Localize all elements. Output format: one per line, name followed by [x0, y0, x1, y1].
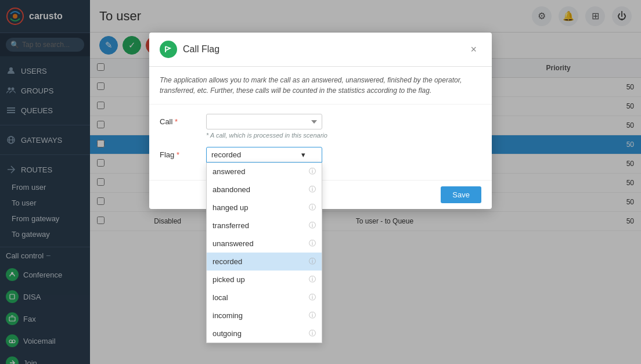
flag-option-info-icon: ⓘ	[309, 167, 316, 176]
flag-option-label: picked up	[213, 275, 245, 284]
modal-body: Call * * A call, which is processed in t…	[149, 104, 492, 180]
flag-option-label: local	[213, 293, 228, 302]
flag-option-label: recorded	[213, 257, 242, 266]
flag-option-info-icon: ⓘ	[309, 257, 316, 266]
flag-option-info-icon: ⓘ	[309, 185, 316, 194]
flag-option-transferred[interactable]: transferredⓘ	[207, 217, 322, 235]
flag-option-incoming[interactable]: incomingⓘ	[207, 307, 322, 325]
flag-option-label: transferred	[213, 221, 249, 230]
flag-option-hanged-up[interactable]: hanged upⓘ	[207, 199, 322, 217]
flag-option-label: incoming	[213, 311, 243, 320]
call-field: * A call, which is processed in this sce…	[206, 114, 481, 139]
flag-option-label: hanged up	[213, 203, 248, 212]
flag-field: recorded ▾ answeredⓘabandonedⓘhanged upⓘ…	[206, 147, 481, 163]
flag-option-label: outgoing	[213, 329, 242, 338]
flag-selected-value: recorded	[211, 150, 241, 159]
save-button[interactable]: Save	[441, 186, 481, 203]
flag-option-recorded[interactable]: recordedⓘ	[207, 253, 322, 271]
call-hint: * A call, which is processed in this sce…	[206, 132, 481, 139]
flag-field-row: Flag * recorded ▾ answeredⓘabandonedⓘhan…	[160, 147, 481, 163]
flag-option-local[interactable]: localⓘ	[207, 289, 322, 307]
modal-description: The application allows you to mark the c…	[149, 67, 492, 104]
flag-dropdown-arrow: ▾	[301, 150, 305, 159]
flag-select-button[interactable]: recorded ▾	[206, 147, 322, 163]
flag-option-picked-up[interactable]: picked upⓘ	[207, 271, 322, 289]
main-content: To user ⚙ 🔔 ⊞ ⏻ ✎ ✓ ✕ Status Name Descri…	[90, 0, 641, 364]
flag-option-unanswered[interactable]: unansweredⓘ	[207, 235, 322, 253]
modal-overlay: Call Flag × The application allows you t…	[90, 0, 641, 364]
modal-title: Call Flag	[183, 44, 466, 55]
call-flag-modal: Call Flag × The application allows you t…	[149, 33, 492, 209]
flag-option-answered[interactable]: answeredⓘ	[207, 163, 322, 181]
flag-dropdown: answeredⓘabandonedⓘhanged upⓘtransferred…	[206, 163, 322, 343]
flag-option-info-icon: ⓘ	[309, 275, 316, 284]
flag-option-info-icon: ⓘ	[309, 221, 316, 230]
flag-option-info-icon: ⓘ	[309, 311, 316, 320]
call-select[interactable]	[206, 114, 322, 129]
modal-header: Call Flag ×	[149, 33, 492, 67]
flag-option-outgoing[interactable]: outgoingⓘ	[207, 325, 322, 343]
flag-label: Flag *	[160, 147, 206, 159]
flag-option-info-icon: ⓘ	[309, 329, 316, 338]
call-label: Call *	[160, 114, 206, 126]
modal-flag-icon	[160, 41, 177, 58]
flag-option-abandoned[interactable]: abandonedⓘ	[207, 181, 322, 199]
flag-option-info-icon: ⓘ	[309, 203, 316, 212]
flag-option-label: unanswered	[213, 239, 254, 248]
flag-option-info-icon: ⓘ	[309, 239, 316, 248]
call-field-row: Call * * A call, which is processed in t…	[160, 114, 481, 139]
flag-option-label: abandoned	[213, 185, 250, 194]
modal-close-button[interactable]: ×	[466, 41, 481, 58]
flag-option-info-icon: ⓘ	[309, 293, 316, 302]
flag-option-label: answered	[213, 167, 245, 176]
flag-select-wrapper: recorded ▾ answeredⓘabandonedⓘhanged upⓘ…	[206, 147, 322, 163]
